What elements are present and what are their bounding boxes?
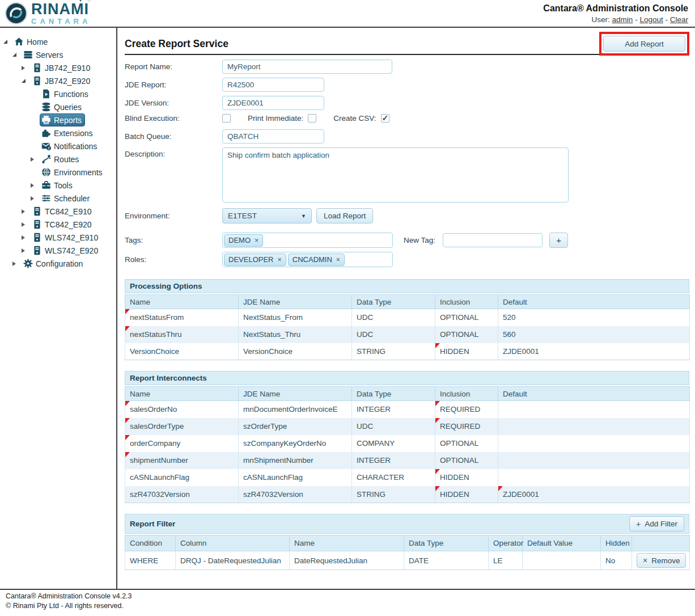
sidebar-item-routes[interactable]: Routes [0, 153, 116, 166]
remove-filter-button[interactable]: ×Remove [637, 553, 686, 568]
create-csv-checkbox[interactable] [381, 114, 389, 123]
sidebar-item-configuration[interactable]: Configuration [0, 257, 116, 270]
table-cell[interactable]: 560 [498, 326, 690, 343]
table-cell[interactable]: ZJDE0001 [498, 486, 690, 503]
sidebar-item-environments[interactable]: Environments [0, 166, 116, 179]
table-cell[interactable]: OPTIONAL [435, 452, 498, 469]
table-cell[interactable] [498, 418, 690, 435]
table-cell[interactable]: ZJDE0001 [498, 343, 690, 360]
sidebar-item-wls742-e920[interactable]: WLS742_E920 [0, 244, 116, 257]
tree-collapsed-arrow-icon[interactable] [22, 222, 25, 227]
table-row[interactable]: salesOrderTypeszOrderTypeUDCREQUIRED [125, 418, 690, 435]
table-row[interactable]: orderCompanyszCompanyKeyOrderNoCOMPANYOP… [125, 435, 690, 452]
tree-collapsed-arrow-icon[interactable] [31, 157, 34, 162]
role-chip[interactable]: CNCADMIN× [288, 254, 345, 266]
table-cell[interactable]: szR47032Version [125, 486, 239, 503]
table-cell[interactable]: HIDDEN [435, 343, 498, 360]
table-cell[interactable]: DATE [404, 551, 489, 570]
table-cell[interactable]: NextStatus_From [239, 309, 352, 326]
tree-collapsed-arrow-icon[interactable] [22, 66, 25, 70]
table-cell[interactable]: HIDDEN [435, 486, 498, 503]
sidebar-item-reports[interactable]: Reports [0, 113, 116, 126]
blind-execution-checkbox[interactable] [222, 114, 231, 123]
print-immediate-checkbox[interactable] [308, 114, 316, 123]
table-cell[interactable]: HIDDEN [435, 469, 498, 486]
table-cell[interactable]: salesOrderNo [125, 401, 239, 418]
tree-expanded-arrow-icon[interactable] [12, 53, 16, 57]
sidebar-item-tc842-e920[interactable]: TC842_E920 [0, 218, 116, 231]
sidebar-item-tc842-e910[interactable]: TC842_E910 [0, 205, 116, 218]
table-cell[interactable]: UDC [352, 326, 435, 343]
tree-collapsed-arrow-icon[interactable] [12, 261, 16, 266]
sidebar-item-jb742-e920[interactable]: JB742_E920 [0, 74, 116, 87]
table-cell[interactable]: VersionChoice [125, 343, 239, 360]
table-cell[interactable] [498, 469, 690, 486]
table-cell[interactable]: STRING [352, 486, 435, 503]
table-cell[interactable]: shipmentNumber [125, 452, 239, 469]
sidebar-item-home[interactable]: Home [0, 35, 116, 48]
role-chip[interactable]: DEVELOPER× [224, 254, 286, 266]
table-cell[interactable]: STRING [352, 343, 435, 360]
table-cell[interactable]: VersionChoice [239, 343, 352, 360]
table-cell[interactable]: salesOrderType [125, 418, 239, 435]
load-report-button[interactable]: Load Report [316, 208, 373, 223]
table-cell[interactable]: INTEGER [352, 401, 435, 418]
tree-expanded-arrow-icon[interactable] [22, 79, 26, 83]
tree-collapsed-arrow-icon[interactable] [22, 235, 25, 240]
tree-collapsed-arrow-icon[interactable] [22, 209, 25, 214]
table-cell[interactable]: szR47032Version [239, 486, 352, 503]
table-cell[interactable] [498, 401, 690, 418]
table-row[interactable]: cASNLaunchFlagcASNLaunchFlagCHARACTERHID… [125, 469, 690, 486]
table-cell[interactable]: OPTIONAL [435, 435, 498, 452]
tags-input[interactable]: DEMO× [222, 233, 393, 248]
report-name-input[interactable] [222, 60, 392, 74]
table-row[interactable]: szR47032VersionszR47032VersionSTRINGHIDD… [125, 486, 690, 503]
user-name-link[interactable]: admin [612, 15, 633, 24]
table-cell[interactable]: cASNLaunchFlag [239, 469, 352, 486]
table-cell[interactable]: orderCompany [125, 435, 239, 452]
chip-remove-icon[interactable]: × [336, 256, 340, 264]
sidebar-item-scheduler[interactable]: Scheduler [0, 192, 116, 205]
table-cell[interactable]: DateRequestedJulian [290, 551, 404, 570]
table-row[interactable]: nextStatusThruNextStatus_ThruUDCOPTIONAL… [125, 326, 690, 343]
table-cell[interactable]: CHARACTER [352, 469, 435, 486]
roles-input[interactable]: DEVELOPER×CNCADMIN× [222, 252, 393, 267]
table-row[interactable]: shipmentNumbermnShipmentNumberINTEGEROPT… [125, 452, 690, 469]
jde-report-input[interactable] [222, 78, 324, 92]
table-cell[interactable]: OPTIONAL [435, 326, 498, 343]
environment-select[interactable]: E1TEST ▼ [222, 208, 312, 223]
table-cell[interactable]: REQUIRED [435, 418, 498, 435]
table-cell[interactable] [498, 452, 690, 469]
table-cell[interactable]: NextStatus_Thru [239, 326, 352, 343]
tag-chip[interactable]: DEMO× [224, 234, 263, 247]
logout-link[interactable]: Logout [639, 15, 663, 24]
table-cell[interactable]: LE [489, 551, 523, 570]
add-tag-button[interactable]: + [549, 233, 568, 248]
table-cell[interactable]: INTEGER [352, 452, 435, 469]
add-filter-button[interactable]: +Add Filter [629, 516, 684, 531]
table-cell[interactable]: UDC [352, 309, 435, 326]
table-cell[interactable]: mnDocumentOrderInvoiceE [239, 401, 352, 418]
tree-collapsed-arrow-icon[interactable] [31, 183, 34, 188]
sidebar-item-wls742-e910[interactable]: WLS742_E910 [0, 231, 116, 244]
sidebar-item-queries[interactable]: Queries [0, 100, 116, 113]
sidebar-item-notifications[interactable]: Notifications [0, 140, 116, 153]
table-cell[interactable]: szCompanyKeyOrderNo [239, 435, 352, 452]
tree-expanded-arrow-icon[interactable] [3, 40, 7, 44]
batch-queue-input[interactable] [222, 129, 324, 144]
sidebar-item-jb742-e910[interactable]: JB742_E910 [0, 61, 116, 74]
table-cell[interactable]: nextStatusThru [125, 326, 239, 343]
table-cell[interactable]: cASNLaunchFlag [125, 469, 239, 486]
table-row[interactable]: WHEREDRQJ - DateRequestedJulianDateReque… [125, 551, 690, 570]
table-cell[interactable]: WHERE [125, 551, 176, 570]
chip-remove-icon[interactable]: × [255, 237, 258, 244]
table-cell[interactable]: nextStatusFrom [125, 309, 239, 326]
table-cell[interactable] [498, 435, 690, 452]
table-cell[interactable] [523, 551, 601, 570]
table-row[interactable]: salesOrderNomnDocumentOrderInvoiceEINTEG… [125, 401, 690, 418]
jde-version-input[interactable] [222, 96, 324, 110]
description-textarea[interactable]: Ship confirm batch application [222, 147, 569, 202]
table-cell[interactable]: COMPANY [352, 435, 435, 452]
table-row[interactable]: VersionChoiceVersionChoiceSTRINGHIDDENZJ… [125, 343, 690, 360]
sidebar-item-servers[interactable]: Servers [0, 48, 116, 61]
